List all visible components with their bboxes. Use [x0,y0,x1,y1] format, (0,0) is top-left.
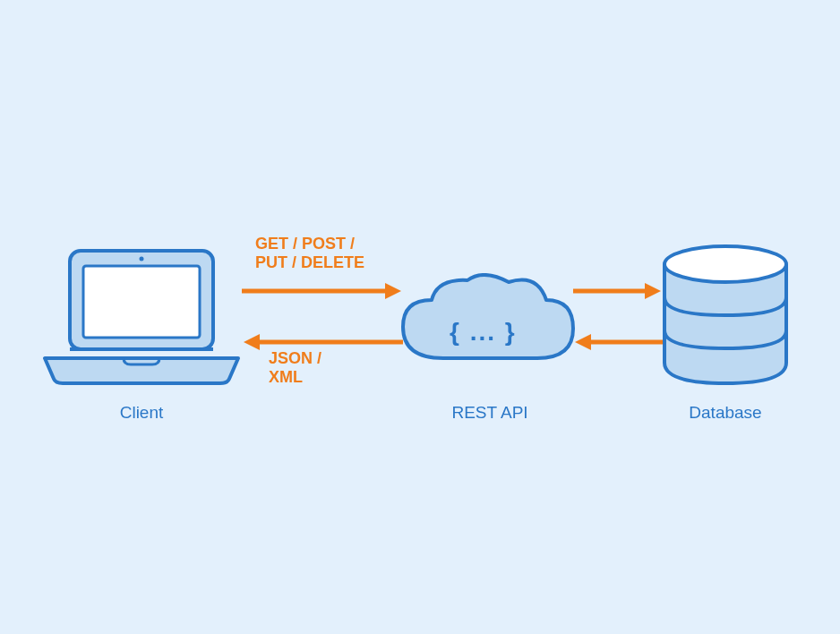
laptop-icon [34,246,249,398]
api-braces-icon: { ... } [450,318,517,347]
svg-point-2 [140,257,144,261]
arrow-db-to-api [573,329,663,356]
svg-marker-10 [645,283,661,299]
database-label: Database [685,403,766,423]
database-icon [654,242,797,394]
client-node [34,246,249,402]
svg-rect-1 [83,266,200,338]
svg-point-4 [664,246,786,282]
api-label: REST API [450,403,530,423]
database-node [654,242,797,398]
request-methods-label: GET / POST / PUT / DELETE [255,235,364,272]
svg-marker-8 [244,334,260,350]
client-label: Client [115,403,168,423]
svg-marker-12 [575,334,591,350]
response-format-label: JSON / XML [269,349,321,387]
rest-api-diagram: Client { ... } REST API Database GET / P… [0,0,840,634]
arrow-client-to-api [242,278,403,304]
svg-marker-6 [385,283,401,299]
arrow-api-to-db [573,278,663,304]
arrow-api-to-client [242,329,403,356]
